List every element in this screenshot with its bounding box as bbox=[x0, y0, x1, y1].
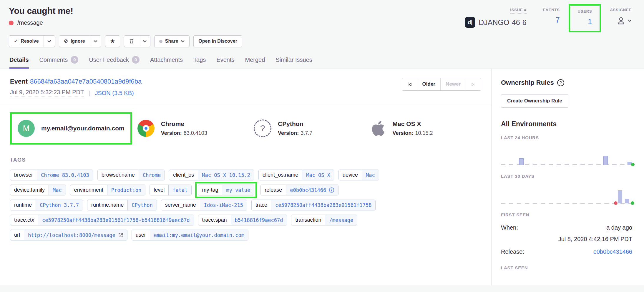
tab-comments[interactable]: Comments0 bbox=[39, 56, 79, 69]
tag-key: browser.name bbox=[98, 170, 139, 180]
tab-similar-issues[interactable]: Similar Issues bbox=[275, 56, 312, 69]
sparkline-bar bbox=[519, 158, 524, 165]
issue-title: You caught me! bbox=[9, 6, 73, 16]
tag-value-link[interactable]: email:my.email@your.domain.com bbox=[150, 230, 248, 240]
ignore-button[interactable]: ⊘Ignore bbox=[59, 36, 90, 47]
json-download-link[interactable]: JSON (3.5 KB) bbox=[95, 90, 134, 97]
version-value: 10.15.2 bbox=[415, 130, 433, 136]
resolve-dropdown-button[interactable] bbox=[44, 36, 55, 47]
user-annotation-box: Mmy.email@your.domain.com bbox=[10, 112, 132, 145]
tag-value-link[interactable]: ce5978250aff4438ba283e91561f1758-b541881… bbox=[38, 215, 194, 225]
tab-user-feedback[interactable]: User Feedback0 bbox=[89, 56, 140, 69]
tag-value-text: fatal bbox=[172, 187, 187, 193]
tag-key: environment bbox=[70, 185, 107, 195]
tag-key: trace.span bbox=[198, 215, 231, 225]
delete-button[interactable] bbox=[124, 36, 139, 47]
info-icon[interactable] bbox=[329, 187, 334, 193]
create-ownership-rule-button[interactable]: Create Ownership Rule bbox=[501, 94, 568, 108]
older-event-button[interactable]: Older bbox=[417, 78, 440, 90]
tag-pill-level: levelfatal bbox=[150, 185, 192, 195]
tag-value-link[interactable]: Production bbox=[107, 185, 145, 195]
tag-key: user bbox=[132, 230, 150, 240]
tag-value-link[interactable]: Chrome bbox=[139, 170, 165, 180]
first-seen-relative: a day ago bbox=[606, 224, 632, 232]
tag-key: device.family bbox=[10, 185, 49, 195]
tab-merged[interactable]: Merged bbox=[245, 56, 265, 69]
users-annotation-box: USERS 1 bbox=[569, 4, 601, 32]
external-link-icon[interactable] bbox=[118, 233, 123, 238]
tags-section: TAGS browserChrome 83.0.4103browser.name… bbox=[10, 157, 481, 240]
tag-value-link[interactable]: /message bbox=[325, 215, 357, 225]
last-30-days-label: LAST 30 DAYS bbox=[501, 174, 632, 179]
assignee-dropdown[interactable] bbox=[617, 16, 632, 25]
tag-value-link[interactable]: Mac bbox=[49, 185, 66, 195]
help-icon[interactable]: ? bbox=[557, 79, 564, 86]
action-bar: ✓Resolve⊘Ignore★ShareOpen in Discover bbox=[9, 35, 633, 47]
release-label: Release: bbox=[501, 248, 524, 255]
tag-pill-device-family: device.familyMac bbox=[10, 185, 66, 195]
tag-value-link[interactable]: ce5978250aff4438ba283e91561f1758 bbox=[271, 200, 376, 210]
django-project-icon: dj bbox=[465, 17, 475, 28]
tag-value-link[interactable]: http://localhost:8000/message bbox=[24, 230, 127, 240]
open-in-discover-label: Open in Discover bbox=[198, 38, 237, 44]
tag-value-link[interactable]: Mac bbox=[362, 170, 379, 180]
context-card-title: Mac OS X bbox=[393, 120, 433, 127]
tab-events[interactable]: Events bbox=[216, 56, 234, 69]
tag-value-link[interactable]: CPython 3.7.7 bbox=[36, 200, 83, 210]
when-label: When: bbox=[501, 224, 518, 231]
tag-value-link[interactable]: Idos-iMac-215 bbox=[200, 200, 247, 210]
tag-value-link[interactable]: my value bbox=[222, 185, 254, 195]
tab-attachments[interactable]: Attachments bbox=[150, 56, 183, 69]
tab-details[interactable]: Details bbox=[9, 56, 29, 69]
tag-key: release bbox=[261, 185, 286, 195]
tag-value-link[interactable]: e0b0bc431466 bbox=[286, 185, 338, 195]
tag-value-text: Mac bbox=[366, 172, 375, 178]
newer-event-button[interactable]: Newer bbox=[440, 78, 466, 90]
tag-key: transaction bbox=[291, 215, 325, 225]
tag-key: client_os bbox=[169, 170, 198, 180]
tab-tags[interactable]: Tags bbox=[193, 56, 206, 69]
events-label: EVENTS bbox=[543, 8, 560, 12]
tag-value-link[interactable]: fatal bbox=[168, 185, 191, 195]
context-card-user: Mmy.email@your.domain.com bbox=[15, 118, 127, 139]
tag-value-link[interactable]: Mac OS X 10.15.2 bbox=[198, 170, 254, 180]
users-label: USERS bbox=[578, 9, 592, 14]
tag-key: server_name bbox=[161, 200, 200, 210]
tag-pill-runtime-name: runtime.nameCPython bbox=[87, 200, 157, 210]
tag-pill-client-os: client_osMac OS X 10.15.2 bbox=[169, 170, 254, 180]
assignee-label: ASSIGNEE bbox=[610, 8, 632, 12]
context-card-text: Mac OS XVersion:10.15.2 bbox=[393, 120, 433, 136]
share-button[interactable]: Share bbox=[155, 36, 189, 47]
tag-value-link[interactable]: Mac OS X bbox=[302, 170, 334, 180]
event-id-link[interactable]: 86684fa63aa047e7a0540801a9d9f6ba bbox=[30, 78, 142, 85]
tag-pill-release: releasee0b0bc431466 bbox=[260, 185, 338, 195]
issue-number-label: ISSUE # bbox=[510, 8, 526, 14]
sparkline-bar bbox=[603, 156, 608, 165]
tag-key: client_os.name bbox=[259, 170, 302, 180]
content-area: Event86684fa63aa047e7a0540801a9d9f6ba Ju… bbox=[0, 69, 644, 285]
resolve-button[interactable]: ✓Resolve bbox=[9, 36, 44, 47]
stat-assignee: ASSIGNEE bbox=[610, 8, 632, 25]
tag-key: my-tag bbox=[198, 185, 222, 195]
tag-value-link[interactable]: CPython bbox=[127, 200, 157, 210]
tag-value-link[interactable]: Chrome 83.0.4103 bbox=[37, 170, 93, 180]
delete-dropdown-button[interactable] bbox=[139, 36, 150, 47]
ignore-dropdown-button[interactable] bbox=[90, 36, 101, 47]
trash-icon bbox=[129, 39, 134, 44]
context-card-browser: ChromeVersion:83.0.4103 bbox=[135, 118, 248, 139]
oldest-event-button[interactable] bbox=[402, 78, 417, 90]
context-card-title: CPython bbox=[278, 120, 312, 127]
star-icon: ★ bbox=[110, 38, 115, 44]
tags-title: TAGS bbox=[10, 157, 481, 163]
check-icon: ✓ bbox=[14, 38, 18, 44]
bookmark-button[interactable]: ★ bbox=[105, 36, 120, 47]
latest-event-button[interactable] bbox=[466, 78, 481, 90]
open-in-discover-button[interactable]: Open in Discover bbox=[194, 36, 242, 47]
tag-value-text: email:my.email@your.domain.com bbox=[154, 232, 244, 238]
tag-value-link[interactable]: b5418816f9aec67d bbox=[231, 215, 287, 225]
issue-short-id: DJANGO-46-6 bbox=[479, 18, 527, 27]
events-count-link[interactable]: 7 bbox=[555, 16, 560, 25]
users-count-link[interactable]: 1 bbox=[588, 17, 592, 26]
first-seen-release-link[interactable]: e0b0bc431466 bbox=[593, 248, 632, 255]
context-card-runtime: ?CPythonVersion:3.7.7 bbox=[251, 118, 365, 139]
